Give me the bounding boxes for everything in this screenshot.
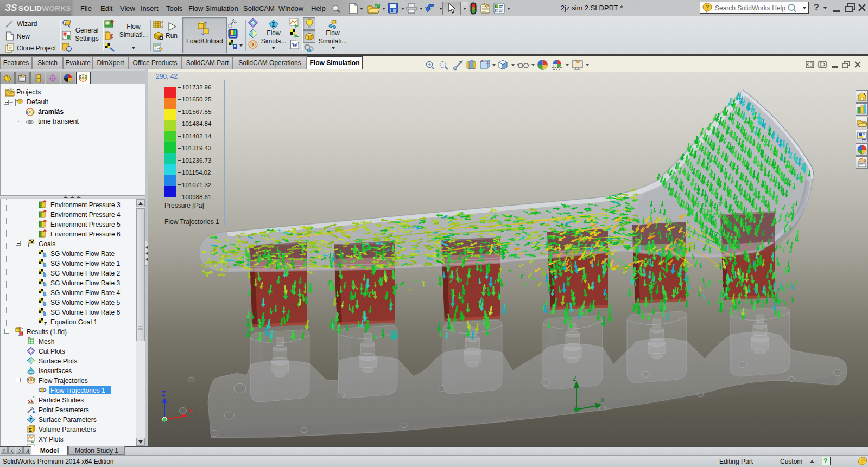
svg-text:X: X (188, 407, 193, 415)
svg-text:X: X (600, 396, 605, 404)
svg-text:Σ: Σ (44, 321, 47, 327)
svg-text:Z: Z (162, 390, 166, 398)
svg-text:Σ: Σ (29, 427, 32, 433)
svg-text:W: W (292, 42, 298, 48)
svg-text:Σ: Σ (272, 21, 276, 28)
svg-text:?: ? (706, 4, 709, 10)
svg-text:Z: Z (573, 375, 576, 382)
svg-text:Σ: Σ (29, 417, 33, 423)
